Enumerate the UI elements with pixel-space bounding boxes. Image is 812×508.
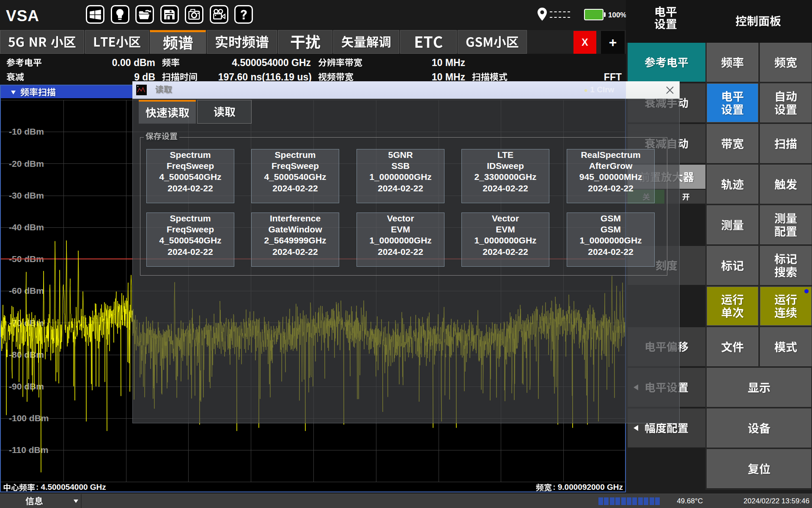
svg-text:-100 dBm: -100 dBm: [9, 413, 49, 423]
svg-text:-20 dBm: -20 dBm: [9, 159, 44, 168]
svg-text:-30 dBm: -30 dBm: [9, 190, 44, 200]
svg-text:-110 dBm: -110 dBm: [9, 445, 48, 455]
svg-text:-40 dBm: -40 dBm: [9, 222, 44, 232]
svg-text:-10 dBm: -10 dBm: [9, 127, 44, 136]
